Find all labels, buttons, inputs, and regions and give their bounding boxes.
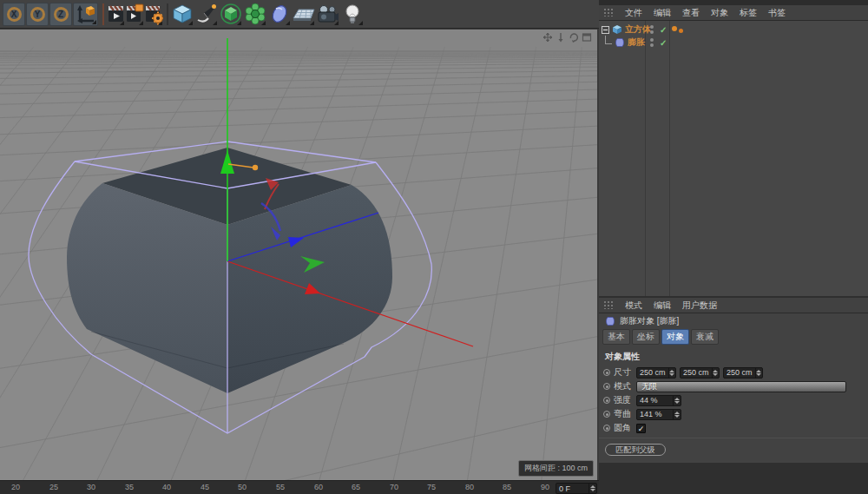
attribute-tabs: 基本 坐标 对象 衰减 [599,328,868,347]
am-menu-edit[interactable]: 编辑 [654,300,671,312]
object-properties-header: 对象属性 [599,347,868,366]
om-menu-objects[interactable]: 对象 [711,7,728,19]
stepper-icon[interactable] [755,368,762,378]
stepper-icon[interactable] [589,484,596,493]
stepper-icon[interactable] [673,396,681,405]
expand-toggle-icon[interactable] [602,26,609,34]
strength-field[interactable]: 44 % [636,395,681,406]
timeline-ruler[interactable]: 20 25 30 35 40 45 50 55 60 65 70 75 80 8… [0,480,599,494]
timeline-tick: 90 [532,483,558,491]
fit-to-parent-button[interactable]: 匹配到父级 [605,444,666,456]
om-column-divider [645,21,646,296]
axis-lock-y-icon: Y [30,7,45,22]
timeline-tick: 25 [41,483,67,491]
phong-tag-icon[interactable] [672,26,677,31]
timeline-tick: 65 [343,483,369,491]
orbit-icon[interactable] [569,32,579,43]
render-view-button[interactable] [107,3,125,26]
am-menu-mode[interactable]: 模式 [625,300,642,312]
object-manager-menubar: 文件 编辑 查看 对象 标签 书签 [599,5,868,21]
om-menu-tags[interactable]: 标签 [740,7,757,19]
deformer-button[interactable] [244,3,266,26]
subdivision-surface-button[interactable] [220,3,242,26]
mode-row: 模式 无限 [599,379,868,393]
axis-lock-y-button[interactable]: Y [26,3,49,26]
object-tree[interactable]: 立方体 ✓ 膨胀 ✓ [599,21,868,296]
stepper-icon[interactable] [668,368,675,378]
curvature-row: 弯曲 141 % [599,407,868,421]
light-button[interactable] [341,3,364,26]
timeline-tick: 80 [457,483,483,491]
cinema4d-window: X Y Z [0,0,868,494]
object-row-cube[interactable]: 立方体 ✓ [599,23,868,36]
visibility-toggles[interactable] [648,38,656,47]
dolly-icon[interactable] [556,32,566,43]
environment-button[interactable] [268,3,291,26]
om-menu-view[interactable]: 查看 [682,7,700,19]
timeline-tick: 75 [418,483,444,491]
curvature-field[interactable]: 141 % [636,409,681,420]
enabled-check-icon[interactable]: ✓ [660,25,667,35]
timeline-tick: 35 [116,483,142,491]
mode-label: 模式 [614,380,636,392]
bulge-deformer-icon [605,316,615,326]
visibility-toggles[interactable] [648,25,656,34]
fillet-label: 圆角 [614,422,636,434]
camera-button[interactable] [317,3,339,26]
render-settings-button[interactable] [145,3,163,26]
attribute-manager: 模式 编辑 用户数据 膨胀对象 [膨胀] 基本 坐标 对象 衰减 对象属性 尺寸 [599,298,868,463]
axis-lock-x-button[interactable]: X [3,3,25,26]
axis-lock-z-button[interactable]: Z [49,3,72,26]
render-picture-viewer-button[interactable] [126,3,144,26]
bulge-deformer-icon [615,37,625,48]
floor-button[interactable] [293,3,315,26]
timeline-tick: 70 [381,483,407,491]
timeline-tick: 45 [192,483,218,491]
timeline-tick: 20 [3,483,29,491]
add-cube-button[interactable] [171,3,194,26]
size-z-field[interactable]: 250 cm [723,367,763,379]
key-circle-icon[interactable] [603,411,610,418]
curvature-label: 弯曲 [614,408,636,420]
coordinate-system-button[interactable] [73,3,98,26]
size-x-field[interactable]: 250 cm [636,367,676,379]
om-column-divider [669,21,670,296]
spline-pen-button[interactable] [195,3,218,26]
om-menu-bookmarks[interactable]: 书签 [768,7,786,19]
viewport-3d[interactable]: 网格间距 : 100 cm [0,30,597,480]
fit-button-row: 匹配到父级 [599,438,868,463]
stepper-icon[interactable] [673,410,681,419]
tag-icon[interactable] [679,29,683,33]
key-circle-icon[interactable] [603,369,610,376]
fillet-checkbox[interactable]: ✓ [636,424,646,433]
tab-basic[interactable]: 基本 [602,329,630,345]
tab-object[interactable]: 对象 [661,329,689,345]
am-menu-userdata[interactable]: 用户数据 [682,300,717,312]
axis-lock-z-icon: Z [54,7,69,22]
om-menu-file[interactable]: 文件 [625,7,642,19]
timeline-tick: 50 [229,483,255,491]
key-circle-icon[interactable] [603,425,610,431]
object-name[interactable]: 膨胀 [628,36,645,49]
cube-object-icon [612,24,622,35]
tab-coordinates[interactable]: 坐标 [632,329,660,345]
pan-icon[interactable] [542,32,553,43]
viewport-scene [0,30,597,480]
current-frame-field[interactable]: 0 F [556,483,597,494]
panel-grip-icon[interactable] [604,9,614,16]
main-toolbar: X Y Z [0,0,599,29]
stepper-icon[interactable] [712,368,719,378]
key-circle-icon[interactable] [603,383,610,390]
panel-grip-icon[interactable] [604,301,614,309]
size-y-field[interactable]: 250 cm [680,367,720,379]
enabled-check-icon[interactable]: ✓ [660,38,667,48]
timeline-tick: 30 [78,483,104,491]
om-menu-edit[interactable]: 编辑 [654,7,671,19]
key-circle-icon[interactable] [603,397,610,404]
object-row-bulge[interactable]: 膨胀 ✓ [599,36,868,49]
timeline-tick: 85 [494,483,520,491]
attribute-title-row: 膨胀对象 [膨胀] [599,313,868,328]
mode-dropdown[interactable]: 无限 [636,381,846,392]
tab-falloff[interactable]: 衰减 [691,329,719,345]
maximize-icon[interactable] [582,32,592,43]
